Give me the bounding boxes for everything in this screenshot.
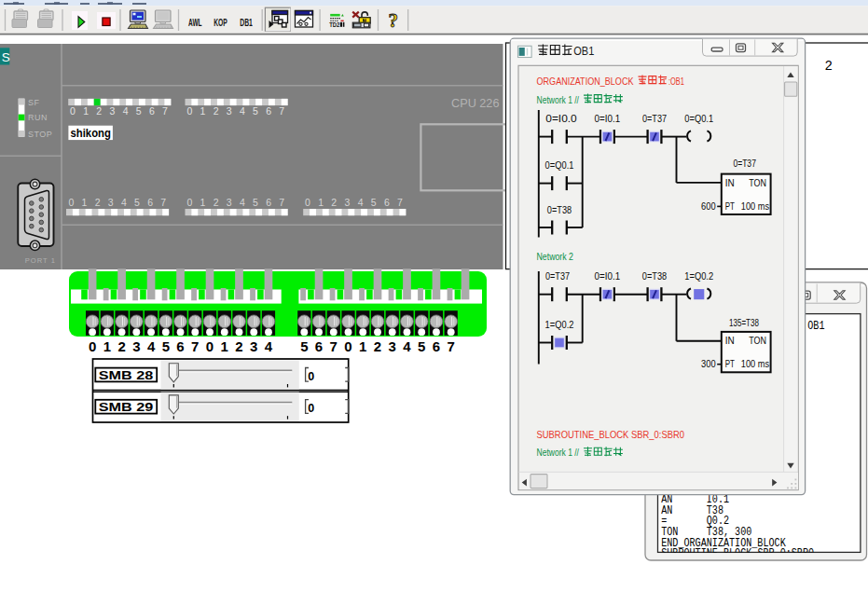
svg-text:0: 0 (186, 197, 192, 208)
svg-text:5: 5 (253, 105, 258, 117)
svg-text:5: 5 (300, 338, 308, 354)
svg-text:1=Q0.2: 1=Q0.2 (684, 270, 713, 282)
svg-text:Network 2: Network 2 (537, 252, 574, 262)
svg-text:7: 7 (191, 338, 199, 354)
svg-text:3: 3 (227, 197, 232, 208)
svg-text:7: 7 (448, 338, 455, 354)
svg-text:4: 4 (121, 197, 127, 208)
svg-text:6: 6 (147, 197, 153, 208)
svg-text:2: 2 (214, 105, 219, 117)
svg-text:S: S (2, 50, 10, 64)
svg-text:3: 3 (389, 338, 396, 354)
svg-text:STOP: STOP (28, 130, 52, 139)
svg-text:6: 6 (315, 338, 323, 354)
svg-text:IN: IN (725, 177, 735, 188)
svg-text:0=I0.1: 0=I0.1 (595, 113, 621, 124)
svg-text:0: 0 (68, 197, 74, 208)
svg-text:5: 5 (134, 197, 140, 208)
svg-text:0: 0 (344, 338, 351, 354)
svg-text:1: 1 (103, 338, 111, 354)
svg-text:0=Q0.1: 0=Q0.1 (684, 113, 713, 124)
svg-text:3: 3 (344, 197, 350, 208)
svg-text:6: 6 (433, 338, 440, 354)
svg-text:100 ms: 100 ms (741, 358, 770, 369)
svg-text:Network 1 //: Network 1 // (537, 95, 580, 105)
svg-text:?: ? (389, 9, 399, 32)
svg-text:1: 1 (200, 105, 206, 117)
svg-text:0=T37: 0=T37 (545, 270, 570, 282)
svg-text:300: 300 (701, 358, 716, 369)
svg-text:6: 6 (149, 105, 155, 117)
svg-text:KOP: KOP (214, 17, 227, 28)
svg-text:3: 3 (132, 338, 140, 354)
svg-text:0: 0 (305, 197, 310, 208)
svg-text:PT: PT (725, 358, 735, 369)
svg-text:6: 6 (384, 197, 390, 208)
svg-text:7: 7 (160, 197, 166, 208)
svg-text:OB1: OB1 (807, 320, 824, 333)
svg-text:7: 7 (397, 197, 403, 208)
svg-text:OB1: OB1 (573, 44, 594, 58)
svg-text:0: 0 (308, 402, 314, 415)
svg-text:1: 1 (200, 197, 206, 208)
svg-text:2: 2 (96, 105, 102, 117)
svg-text:0=T38: 0=T38 (547, 204, 572, 215)
svg-text:SMB 28: SMB 28 (99, 369, 154, 382)
svg-text:CPU 226: CPU 226 (451, 97, 500, 110)
svg-text:4: 4 (147, 338, 156, 354)
svg-text:0: 0 (186, 105, 192, 117)
svg-text:4: 4 (403, 338, 411, 354)
svg-text:135=T38: 135=T38 (729, 317, 759, 328)
svg-text:2: 2 (825, 59, 834, 75)
svg-text:2: 2 (235, 338, 242, 354)
svg-text:0: 0 (308, 370, 314, 383)
svg-text:5: 5 (418, 338, 425, 354)
svg-text:AWL: AWL (188, 17, 202, 28)
svg-text:0=Q0.1: 0=Q0.1 (545, 159, 574, 171)
svg-text:SMB 29: SMB 29 (99, 401, 154, 414)
svg-text:TON: TON (749, 177, 766, 188)
svg-text:3: 3 (108, 197, 114, 208)
svg-text:4: 4 (358, 197, 364, 208)
svg-text:7: 7 (279, 105, 284, 117)
svg-text:TD2: TD2 (329, 21, 339, 28)
svg-text:3: 3 (250, 338, 257, 354)
svg-text:4: 4 (265, 338, 273, 354)
svg-text:2: 2 (214, 197, 219, 208)
svg-text:2: 2 (331, 197, 337, 208)
svg-text:5: 5 (162, 338, 170, 354)
svg-text:600: 600 (701, 200, 716, 212)
svg-text:TON: TON (749, 335, 766, 346)
svg-text:1=Q0.2: 1=Q0.2 (545, 319, 574, 330)
svg-text:0: 0 (206, 338, 214, 354)
svg-text:7: 7 (162, 105, 168, 117)
svg-text:DB1: DB1 (240, 17, 253, 28)
svg-text:4: 4 (123, 105, 129, 117)
svg-text:2: 2 (95, 197, 101, 208)
svg-text:7: 7 (330, 338, 338, 354)
svg-text:4: 4 (240, 105, 245, 117)
svg-text:2: 2 (374, 338, 381, 354)
svg-text:SF: SF (28, 98, 40, 107)
svg-text:0=I0.1: 0=I0.1 (595, 270, 621, 282)
svg-text:6: 6 (266, 105, 271, 117)
svg-text:5: 5 (136, 105, 142, 117)
svg-text:6: 6 (266, 197, 271, 208)
svg-text:5: 5 (253, 197, 258, 208)
svg-text:1: 1 (318, 197, 324, 208)
svg-text:1: 1 (83, 105, 89, 117)
svg-text:1: 1 (221, 338, 228, 354)
svg-text::OB1: :OB1 (668, 76, 684, 87)
svg-text:2: 2 (117, 338, 125, 354)
svg-text:6: 6 (176, 338, 184, 354)
svg-text:3: 3 (109, 105, 115, 117)
svg-text:7: 7 (279, 197, 284, 208)
svg-text:shikong: shikong (71, 126, 111, 140)
svg-text:PT: PT (725, 200, 735, 212)
svg-text:100 ms: 100 ms (741, 200, 770, 212)
svg-text:3: 3 (227, 105, 232, 117)
svg-text:PORT 1: PORT 1 (25, 256, 56, 265)
svg-text:1: 1 (359, 338, 366, 354)
svg-text:RUN: RUN (28, 113, 48, 122)
svg-text:5: 5 (371, 197, 377, 208)
